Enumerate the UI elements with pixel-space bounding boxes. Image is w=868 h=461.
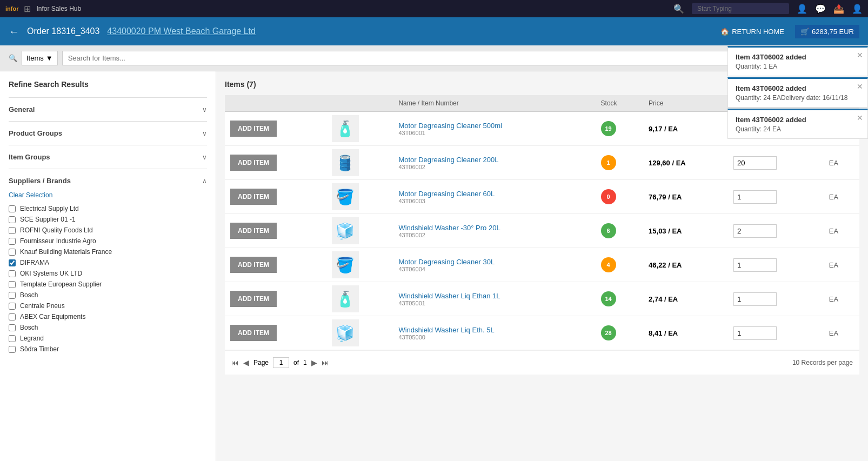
global-search-input[interactable] bbox=[692, 3, 789, 14]
total-pages: 1 bbox=[303, 359, 307, 366]
next-page-button[interactable]: ▶ bbox=[311, 358, 317, 367]
price-cell: 76,79 / EA bbox=[643, 180, 728, 214]
add-item-button[interactable]: ADD ITEM bbox=[230, 155, 277, 171]
sidebar-title: Refine Search Results bbox=[9, 80, 207, 89]
product-name-link[interactable]: Windshield Washer Liq Ethan 1L bbox=[398, 292, 500, 300]
product-name-link[interactable]: Motor Degreasing Cleaner 60L bbox=[398, 190, 495, 198]
stock-cell: 0 bbox=[596, 180, 643, 214]
page-label: Page bbox=[253, 359, 269, 366]
clear-selection-link[interactable]: Clear Selection bbox=[9, 191, 207, 199]
supplier-label-1: SCE Supplier 01 -1 bbox=[20, 216, 76, 223]
qty-cell bbox=[728, 282, 824, 316]
price-cell: 129,60 / EA bbox=[643, 146, 728, 180]
product-number: 43T06004 bbox=[398, 266, 590, 272]
product-number: 43T05002 bbox=[398, 232, 590, 238]
price-cell: 8,41 / EA bbox=[643, 316, 728, 350]
search-dropdown[interactable]: Items ▼ bbox=[22, 51, 58, 65]
add-item-button[interactable]: ADD ITEM bbox=[230, 257, 277, 273]
supplier-checkbox-4[interactable] bbox=[9, 249, 16, 256]
filter-suppliers-header[interactable]: Suppliers / Brands ∧ bbox=[9, 175, 207, 187]
home-icon: 🏠 bbox=[720, 28, 729, 36]
product-image: 🧴 bbox=[332, 115, 359, 142]
profile-icon[interactable]: 👤 bbox=[852, 4, 863, 14]
filter-item-groups-header[interactable]: Item Groups ∨ bbox=[9, 151, 207, 163]
supplier-checkbox-0[interactable] bbox=[9, 205, 16, 212]
add-item-button[interactable]: ADD ITEM bbox=[230, 325, 277, 341]
supplier-checkbox-7[interactable] bbox=[9, 281, 16, 288]
supplier-label-10: ABEX Car Equipments bbox=[20, 313, 85, 320]
product-number: 43T06003 bbox=[398, 198, 590, 204]
first-page-button[interactable]: ⏮ bbox=[231, 358, 239, 367]
add-item-button[interactable]: ADD ITEM bbox=[230, 121, 277, 137]
product-name-link[interactable]: Windshield Washer -30° Pro 20L bbox=[398, 224, 500, 232]
notification-close-button[interactable]: ✕ bbox=[857, 51, 863, 59]
qty-cell bbox=[728, 146, 824, 180]
notification-title: Item 43T06002 added bbox=[736, 84, 860, 92]
filter-general-header[interactable]: General ∨ bbox=[9, 103, 207, 116]
filter-item-groups: Item Groups ∨ bbox=[9, 145, 207, 169]
supplier-item-6: OKI Systems UK LTD bbox=[9, 268, 207, 279]
product-name-link[interactable]: Motor Degreasing Cleaner 200L bbox=[398, 156, 498, 164]
product-image-cell: 🪣 bbox=[326, 180, 393, 214]
add-item-cell: ADD ITEM bbox=[225, 316, 326, 350]
product-name-link[interactable]: Windshield Washer Liq Eth. 5L bbox=[398, 326, 494, 334]
grid-icon[interactable]: ⊞ bbox=[24, 4, 31, 14]
notification-close-button[interactable]: ✕ bbox=[857, 113, 863, 122]
add-item-button[interactable]: ADD ITEM bbox=[230, 189, 277, 205]
supplier-label-2: ROFNI Quality Foods Ltd bbox=[20, 226, 93, 234]
supplier-checkbox-2[interactable] bbox=[9, 227, 16, 234]
chat-icon[interactable]: 💬 bbox=[815, 4, 826, 14]
supplier-checkbox-9[interactable] bbox=[9, 303, 16, 310]
quantity-input[interactable] bbox=[733, 258, 777, 272]
product-image: 🪣 bbox=[332, 183, 359, 210]
col-action bbox=[225, 95, 326, 112]
notification-card: ✕ Item 43T06002 added Quantity: 24 EA bbox=[727, 109, 868, 139]
quantity-input[interactable] bbox=[733, 292, 777, 306]
records-per-page: 10 Records per page bbox=[792, 359, 853, 366]
quantity-input[interactable] bbox=[733, 224, 777, 238]
notification-close-button[interactable]: ✕ bbox=[857, 82, 863, 91]
add-item-button[interactable]: ADD ITEM bbox=[230, 223, 277, 239]
search-category-label: Items bbox=[26, 54, 44, 62]
prev-page-button[interactable]: ◀ bbox=[243, 358, 249, 367]
infor-logo: infor bbox=[5, 5, 18, 12]
table-row: ADD ITEM 🧴 Windshield Washer Liq Ethan 1… bbox=[225, 282, 859, 316]
add-item-cell: ADD ITEM bbox=[225, 112, 326, 146]
filter-product-groups-header[interactable]: Product Groups ∨ bbox=[9, 127, 207, 139]
last-page-button[interactable]: ⏭ bbox=[322, 358, 329, 367]
supplier-checkbox-12[interactable] bbox=[9, 335, 16, 342]
notification-body: Quantity: 1 EA bbox=[736, 63, 860, 70]
supplier-checkbox-13[interactable] bbox=[9, 346, 16, 353]
return-home-button[interactable]: 🏠 RETURN HOME bbox=[720, 28, 784, 36]
chevron-down-icon-ig: ∨ bbox=[202, 153, 207, 161]
price-cell: 9,17 / EA bbox=[643, 112, 728, 146]
add-item-cell: ADD ITEM bbox=[225, 282, 326, 316]
back-button[interactable]: ← bbox=[9, 25, 19, 38]
add-item-button[interactable]: ADD ITEM bbox=[230, 291, 277, 307]
customer-link[interactable]: 43400020 PM West Beach Garage Ltd bbox=[107, 26, 256, 36]
quantity-input[interactable] bbox=[733, 156, 777, 170]
supplier-checkbox-10[interactable] bbox=[9, 313, 16, 320]
quantity-input[interactable] bbox=[733, 326, 777, 340]
supplier-checkbox-6[interactable] bbox=[9, 270, 16, 277]
stock-badge: 6 bbox=[601, 223, 616, 238]
user-icon[interactable]: 👤 bbox=[797, 4, 807, 14]
cart-icon: 🛒 bbox=[800, 28, 809, 36]
page-input[interactable] bbox=[273, 357, 289, 368]
filter-product-groups-label: Product Groups bbox=[9, 129, 62, 137]
share-icon[interactable]: 📤 bbox=[833, 4, 844, 14]
supplier-checkbox-1[interactable] bbox=[9, 216, 16, 223]
product-name-link[interactable]: Motor Degreasing Cleaner 500ml bbox=[398, 122, 502, 130]
supplier-checkbox-3[interactable] bbox=[9, 238, 16, 245]
supplier-checkbox-5[interactable] bbox=[9, 259, 16, 266]
product-name-link[interactable]: Motor Degreasing Cleaner 30L bbox=[398, 258, 495, 266]
quantity-input[interactable] bbox=[733, 190, 777, 204]
filter-product-groups: Product Groups ∨ bbox=[9, 121, 207, 145]
supplier-checkbox-8[interactable] bbox=[9, 292, 16, 299]
stock-badge: 14 bbox=[601, 291, 616, 306]
supplier-checkbox-11[interactable] bbox=[9, 324, 16, 331]
cart-area[interactable]: 🛒 6283,75 EUR bbox=[795, 25, 859, 38]
product-image-cell: 🛢️ bbox=[326, 146, 393, 180]
table-row: ADD ITEM 🧊 Windshield Washer -30° Pro 20… bbox=[225, 214, 859, 248]
product-image: 🧴 bbox=[332, 285, 359, 312]
